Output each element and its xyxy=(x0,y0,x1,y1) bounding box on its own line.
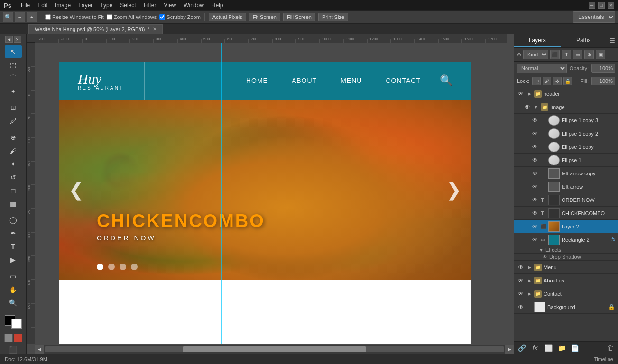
layer-item-background[interactable]: 👁 Background 🔒 xyxy=(514,300,618,314)
layer-item-larrow[interactable]: 👁 left arrow xyxy=(514,180,618,193)
layer-eye-e1c3[interactable]: 👁 xyxy=(531,117,539,124)
new-layer-btn[interactable]: 📄 xyxy=(570,343,580,353)
layer-eye-larrow[interactable]: 👁 xyxy=(531,183,539,191)
panel-toggle2[interactable]: ✕ xyxy=(14,36,21,43)
zoom-in[interactable]: + xyxy=(27,12,37,22)
hero-dot-1[interactable] xyxy=(97,264,103,270)
opacity-input[interactable] xyxy=(591,64,615,73)
quick-mask-mode[interactable] xyxy=(14,334,22,342)
layer-item-rect2[interactable]: 👁 ▭ Rectangle 2 fx xyxy=(514,233,618,246)
layer-eye-ordernow[interactable]: 👁 xyxy=(531,196,539,204)
canvas-viewport[interactable]: Huy RESTAURANT HOME ABOUT MENU CONTACT 🔍 xyxy=(35,43,514,344)
scroll-thumb[interactable] xyxy=(183,346,367,352)
hero-next-button[interactable]: ❯ xyxy=(446,179,462,200)
layer-item-header[interactable]: 👁 ▶ 📁 header xyxy=(514,87,618,100)
lock-all-btn[interactable]: 🔒 xyxy=(563,77,572,85)
search-icon[interactable]: 🔍 xyxy=(440,74,452,87)
scrubby-zoom-checkbox[interactable] xyxy=(159,14,165,20)
fill-input[interactable] xyxy=(591,77,615,85)
dodge-tool[interactable]: ◯ xyxy=(5,214,22,226)
layer-eye-contact[interactable]: 👁 xyxy=(517,290,525,298)
folder-arrow-contact[interactable]: ▶ xyxy=(526,291,532,297)
link-layers-btn[interactable]: 🔗 xyxy=(517,343,526,353)
hand-tool[interactable]: ✋ xyxy=(5,283,22,296)
zoom-all-wrap[interactable]: Zoom All Windows xyxy=(107,14,157,20)
layer-item-ellipse1c2[interactable]: 👁 Ellipse 1 copy 2 xyxy=(514,127,618,140)
filter-kind-select[interactable]: Kind xyxy=(523,50,548,59)
layer-item-image[interactable]: 👁 ▼ 📁 Image xyxy=(514,100,618,114)
menu-select[interactable]: Select xyxy=(120,2,136,9)
layer-item-ordernow[interactable]: 👁 T ORDER NOW xyxy=(514,193,618,207)
nav-menu[interactable]: MENU xyxy=(341,77,362,84)
scrubby-zoom-wrap[interactable]: Scrubby Zoom xyxy=(159,14,201,20)
scroll-right-button[interactable]: ▶ xyxy=(505,345,514,354)
folder-arrow-menu[interactable]: ▶ xyxy=(526,264,532,270)
delete-layer-btn[interactable]: 🗑 xyxy=(606,343,615,353)
filter-type-btn[interactable]: T xyxy=(562,50,571,59)
layer-eye-aboutus[interactable]: 👁 xyxy=(517,277,525,284)
hero-dot-2[interactable] xyxy=(108,264,115,270)
actual-pixels-button[interactable]: Actual Pixels xyxy=(209,13,246,21)
magic-wand-tool[interactable]: ✦ xyxy=(5,85,22,98)
layer-item-menu-folder[interactable]: 👁 ▶ 📁 Menu xyxy=(514,261,618,274)
shape-tool[interactable]: ▭ xyxy=(5,270,22,282)
layers-list[interactable]: 👁 ▶ 📁 header 👁 ▼ 📁 Image 👁 xyxy=(514,87,618,341)
menu-window[interactable]: Window xyxy=(184,2,204,9)
clone-tool[interactable]: ✦ xyxy=(5,158,22,170)
hero-prev-button[interactable]: ❮ xyxy=(68,179,84,200)
eraser-tool[interactable]: ◻ xyxy=(5,184,22,197)
layer-eye-background[interactable]: 👁 xyxy=(517,303,525,311)
layer-eye-image[interactable]: 👁 xyxy=(524,103,531,111)
gradient-tool[interactable]: ▦ xyxy=(5,198,22,210)
zoom-tool[interactable]: 🔍 xyxy=(3,12,13,22)
screen-mode-btn[interactable]: ⬛ xyxy=(9,346,17,354)
layer-eye-layer2[interactable]: 👁 xyxy=(531,223,539,230)
menu-image[interactable]: Image xyxy=(55,2,71,9)
path-tool[interactable]: ▶ xyxy=(5,254,22,266)
close-button[interactable]: ✕ xyxy=(608,2,614,9)
layer-item-aboutus[interactable]: 👁 ▶ 📁 About us xyxy=(514,274,618,287)
minimize-button[interactable]: ─ xyxy=(589,2,595,9)
menu-view[interactable]: View xyxy=(164,2,176,9)
fill-screen-button[interactable]: Fill Screen xyxy=(283,13,315,21)
scroll-left-button[interactable]: ◀ xyxy=(35,345,44,354)
tab-layers[interactable]: Layers xyxy=(514,34,561,47)
healing-tool[interactable]: ⊕ xyxy=(5,131,22,144)
horizontal-scrollbar[interactable]: ◀ ▶ xyxy=(35,345,514,354)
menu-edit[interactable]: Edit xyxy=(37,2,47,9)
move-tool[interactable]: ↖ xyxy=(5,46,22,58)
layer-item-contact[interactable]: 👁 ▶ 📁 Contact xyxy=(514,287,618,300)
crop-tool[interactable]: ⊡ xyxy=(5,101,22,114)
color-swatches[interactable] xyxy=(5,315,22,329)
folder-arrow-image[interactable]: ▼ xyxy=(533,104,539,110)
menu-filter[interactable]: Filter xyxy=(144,2,157,9)
eyedropper-tool[interactable]: 🖊 xyxy=(5,115,22,127)
canvas-area[interactable]: -200 -100 0 100 200 300 400 500 600 700 … xyxy=(27,34,514,354)
layer-item-layer2[interactable]: 👁 ⬛ Layer 2 xyxy=(514,220,618,233)
maximize-button[interactable]: □ xyxy=(598,2,605,9)
filter-shape-btn[interactable]: ▭ xyxy=(573,50,582,59)
nav-home[interactable]: HOME xyxy=(246,77,268,84)
nav-about[interactable]: ABOUT xyxy=(292,77,317,84)
print-size-button[interactable]: Print Size xyxy=(318,13,348,21)
layer-eye-larrowcopy[interactable]: 👁 xyxy=(531,170,539,177)
panel-toggle[interactable]: ◀ xyxy=(5,36,13,43)
layer-item-ellipse1c3[interactable]: 👁 Ellipse 1 copy 3 xyxy=(514,114,618,127)
tab-paths[interactable]: Paths xyxy=(561,34,607,47)
effects-collapse-icon[interactable]: ▼ xyxy=(539,247,544,253)
zoom-tool-left[interactable]: 🔍 xyxy=(5,297,22,309)
layer-eye-menu[interactable]: 👁 xyxy=(517,264,525,271)
menu-layer[interactable]: Layer xyxy=(78,2,92,9)
menu-file[interactable]: File xyxy=(21,2,30,9)
layer-item-larrowcopy[interactable]: 👁 left arrow copy xyxy=(514,167,618,180)
new-group-btn[interactable]: 📁 xyxy=(557,343,566,353)
hero-dot-4[interactable] xyxy=(131,264,138,270)
folder-arrow-header[interactable]: ▶ xyxy=(526,91,532,97)
layer-eye-e1c2[interactable]: 👁 xyxy=(531,130,539,137)
nav-contact[interactable]: CONTACT xyxy=(386,77,421,84)
layer-item-ellipse1c[interactable]: 👁 Ellipse 1 copy xyxy=(514,140,618,154)
eye-dropshadow[interactable]: 👁 xyxy=(543,255,547,260)
pen-tool[interactable]: ✒ xyxy=(5,227,22,239)
panel-menu-button[interactable]: ☰ xyxy=(607,34,618,47)
lock-image-btn[interactable]: 🖌 xyxy=(543,77,551,85)
